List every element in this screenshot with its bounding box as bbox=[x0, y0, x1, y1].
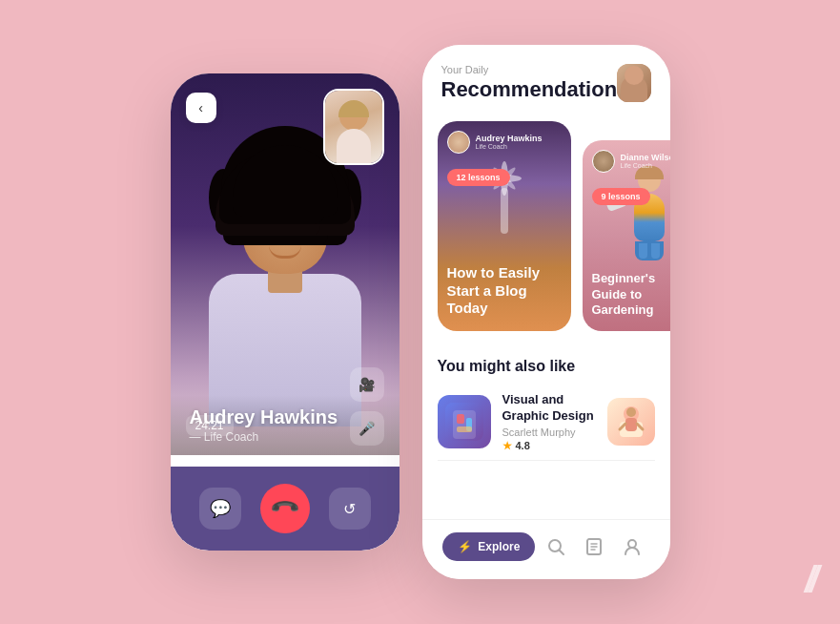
search-button[interactable] bbox=[539, 530, 573, 564]
daily-label: Your Daily bbox=[441, 64, 618, 75]
instructor-avatar-1 bbox=[447, 131, 470, 154]
svg-point-13 bbox=[626, 407, 636, 417]
item-rating-1: ★ 4.8 bbox=[502, 440, 596, 452]
call-timer: 24:21 bbox=[186, 415, 234, 436]
call-bottom-bar: 💬 📞 ↺ bbox=[171, 467, 400, 551]
app-header: Your Daily Recommendation bbox=[422, 45, 670, 112]
back-button[interactable]: ‹ bbox=[186, 93, 216, 123]
chat-button[interactable]: 💬 bbox=[199, 488, 241, 530]
svg-point-23 bbox=[628, 540, 636, 548]
svg-rect-10 bbox=[457, 426, 472, 432]
lessons-badge-2: 9 lessons bbox=[592, 188, 650, 205]
list-item[interactable]: Visual and Graphic Design Scarlett Murph… bbox=[438, 385, 655, 461]
call-controls: 🎥 🎤 bbox=[350, 367, 384, 446]
explore-icon: ⚡ bbox=[458, 540, 472, 553]
profile-button[interactable] bbox=[615, 530, 649, 564]
flip-camera-button[interactable]: ↺ bbox=[329, 488, 371, 530]
card-instructor-1: Audrey Hawkins Life Coach bbox=[447, 131, 543, 154]
lessons-badge-1: 12 lessons bbox=[447, 169, 510, 186]
item-author-1: Scarlett Murphy bbox=[502, 426, 596, 438]
recommendation-cards: Audrey Hawkins Life Coach 12 lessons How… bbox=[422, 112, 670, 346]
course-card-blog[interactable]: Audrey Hawkins Life Coach 12 lessons How… bbox=[438, 121, 571, 331]
card-instructor-2: Dianne Wilson Life Coach bbox=[592, 150, 670, 173]
svg-rect-7 bbox=[453, 410, 476, 439]
self-video bbox=[323, 89, 384, 165]
instructor-avatar-2 bbox=[592, 150, 615, 173]
course-card-gardening[interactable]: Dianne Wilson Life Coach 9 lessons Begin… bbox=[583, 140, 670, 331]
bottom-nav: ⚡ Explore bbox=[422, 519, 670, 579]
mute-button[interactable]: 🎤 bbox=[350, 411, 384, 446]
item-info-1: Visual and Graphic Design Scarlett Murph… bbox=[502, 392, 596, 452]
end-call-button[interactable]: 📞 bbox=[250, 473, 320, 544]
video-toggle-button[interactable]: 🎥 bbox=[350, 367, 384, 402]
recommendation-title: Recommendation bbox=[441, 77, 618, 102]
svg-rect-8 bbox=[457, 414, 464, 424]
star-icon: ★ bbox=[502, 440, 512, 452]
phone-course-app: Your Daily Recommendation bbox=[422, 45, 670, 579]
user-avatar[interactable] bbox=[617, 64, 650, 102]
section-title: You might also like bbox=[438, 358, 655, 375]
card-title-1: How to Easily Start a Blog Today bbox=[447, 264, 562, 318]
svg-rect-14 bbox=[625, 418, 637, 431]
item-thumbnail-1 bbox=[438, 395, 491, 448]
you-might-also-like-section: You might also like bbox=[422, 346, 670, 519]
card-title-2: Beginner's Guide to Gardening bbox=[592, 271, 670, 318]
explore-label: Explore bbox=[478, 540, 520, 553]
item-thumb-secondary bbox=[607, 398, 655, 446]
explore-button[interactable]: ⚡ Explore bbox=[442, 532, 535, 561]
item-title-1: Visual and Graphic Design bbox=[502, 392, 596, 425]
phone-video-call: ‹ Audrey Hawkins — Life Coach 🎥 🎤 24:21 bbox=[171, 73, 400, 551]
bookmarks-button[interactable] bbox=[577, 530, 611, 564]
svg-line-18 bbox=[560, 551, 564, 555]
rating-value-1: 4.8 bbox=[516, 440, 530, 451]
double-slash-decoration: // bbox=[805, 561, 813, 597]
